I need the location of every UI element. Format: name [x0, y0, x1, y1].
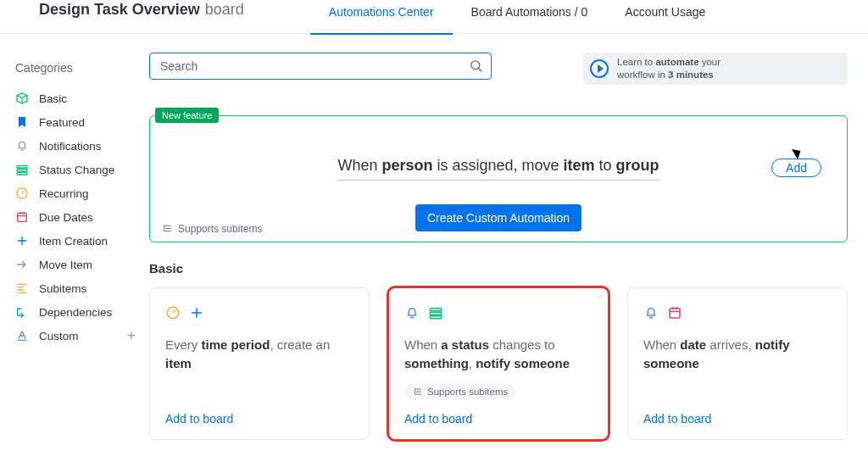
search-input[interactable] [149, 53, 492, 80]
card-text: When a status changes to something, noti… [404, 336, 593, 374]
automation-card[interactable]: When date arrives, notify someoneAdd to … [627, 287, 848, 440]
sidebar-item-label: Recurring [39, 187, 89, 200]
page-title-suffix: board [205, 1, 244, 19]
status-icon [428, 305, 443, 320]
supports-subitems-label: Supports subitems [162, 223, 262, 235]
sidebar-item-label: Subitems [39, 282, 86, 295]
dependencies-icon [15, 305, 29, 319]
sidebar-item-move-item[interactable]: Move Item [15, 253, 142, 276]
calendar-icon [667, 305, 682, 320]
clock-icon [165, 305, 181, 320]
card-text: When date arrives, notify someone [643, 336, 832, 374]
bell-icon [643, 305, 659, 320]
arrow-icon [15, 258, 29, 271]
add-to-board-link[interactable]: Add to board [165, 412, 353, 426]
bell-icon [404, 305, 420, 320]
page-title: Design Task Overview board [39, 0, 244, 19]
new-feature-box: New feature When person is assigned, mov… [149, 115, 848, 242]
plus-icon [15, 234, 29, 248]
create-custom-automation-button[interactable]: Create Custom Automation [415, 204, 581, 231]
sidebar-title: Categories [15, 61, 142, 75]
a-underline-icon [15, 329, 29, 342]
sidebar: Categories BasicFeaturedNotificationsSta… [0, 34, 149, 451]
topbar: Design Task Overview board Automations C… [0, 0, 868, 34]
automation-card[interactable]: Every time period, create an itemAdd to … [149, 287, 370, 440]
calendar-icon [15, 210, 29, 224]
sidebar-item-item-creation[interactable]: Item Creation [15, 229, 142, 253]
box-icon [15, 92, 29, 105]
bell-icon [15, 139, 29, 153]
page-title-bold: Design Task Overview [39, 1, 200, 19]
automation-card[interactable]: When a status changes to something, noti… [388, 287, 609, 440]
cards-row: Every time period, create an itemAdd to … [149, 287, 848, 440]
sidebar-item-label: Move Item [39, 259, 92, 271]
section-basic-title: Basic [149, 261, 848, 276]
sidebar-item-dependencies[interactable]: Dependencies [15, 300, 142, 324]
automation-sentence: When person is assigned, move item to gr… [150, 157, 847, 175]
clock-icon [15, 187, 29, 200]
card-text: Every time period, create an item [165, 336, 353, 374]
sidebar-item-label: Status Change [39, 164, 114, 176]
plus-icon [189, 305, 204, 320]
sidebar-item-label: Featured [39, 116, 85, 129]
sidebar-item-featured[interactable]: Featured [15, 110, 142, 134]
play-icon [590, 59, 609, 78]
bookmark-icon [15, 115, 29, 129]
sidebar-item-label: Notifications [39, 140, 102, 153]
tab-board[interactable]: Board Automations / 0 [453, 0, 607, 34]
plus-icon: + [127, 327, 136, 344]
sidebar-item-subitems[interactable]: Subitems [15, 276, 142, 300]
sidebar-item-label: Basic [39, 92, 67, 105]
sidebar-item-due-dates[interactable]: Due Dates [15, 205, 142, 229]
tab-usage[interactable]: Account Usage [606, 0, 724, 34]
add-to-board-link[interactable]: Add to board [404, 412, 593, 426]
sidebar-item-basic[interactable]: Basic [15, 86, 142, 110]
main: Learn to automate your workflow in 3 min… [149, 34, 868, 451]
supports-subitems-pill: Supports subitems [404, 384, 516, 399]
new-feature-badge: New feature [155, 108, 219, 123]
sidebar-item-notifications[interactable]: Notifications [15, 134, 142, 158]
add-to-board-link[interactable]: Add to board [643, 412, 832, 426]
sidebar-item-label: Due Dates [39, 211, 93, 224]
add-button[interactable]: Add [771, 159, 821, 177]
learn-automate-promo[interactable]: Learn to automate your workflow in 3 min… [583, 53, 848, 85]
sidebar-item-status-change[interactable]: Status Change [15, 158, 142, 181]
sidebar-item-recurring[interactable]: Recurring [15, 181, 142, 205]
promo-text: Learn to automate your workflow in 3 min… [617, 56, 721, 81]
tab-auto[interactable]: Automations Center [310, 0, 453, 34]
sidebar-item-custom[interactable]: Custom+ [15, 324, 142, 348]
status-icon [15, 163, 29, 176]
sidebar-item-label: Dependencies [39, 306, 112, 319]
subitems-icon [15, 281, 29, 295]
tabs: Automations CenterBoard Automations / 0A… [310, 0, 724, 33]
sidebar-item-label: Custom [39, 330, 79, 342]
sidebar-item-label: Item Creation [39, 235, 108, 248]
